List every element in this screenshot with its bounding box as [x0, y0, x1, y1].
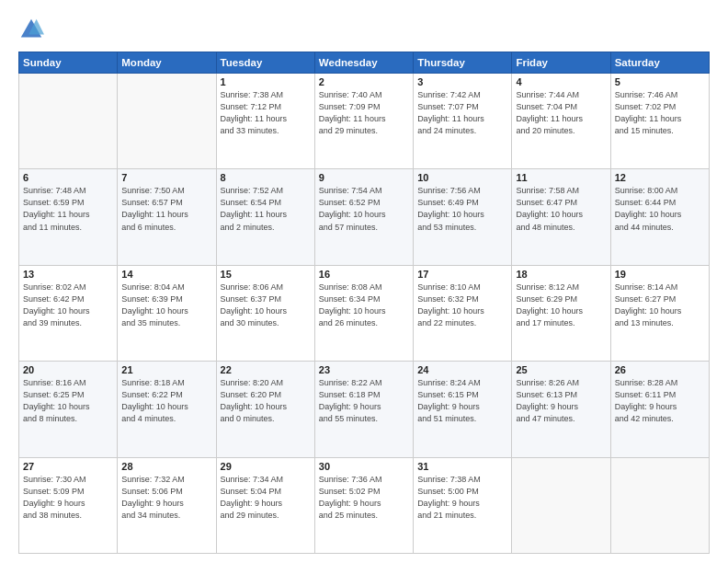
- page: SundayMondayTuesdayWednesdayThursdayFrid…: [0, 0, 728, 563]
- weekday-header-thursday: Thursday: [414, 52, 512, 74]
- day-number: 6: [23, 172, 113, 183]
- calendar-day-cell: 4Sunrise: 7:44 AM Sunset: 7:04 PM Daylig…: [512, 74, 610, 169]
- day-number: 4: [516, 76, 606, 87]
- day-number: 31: [417, 461, 507, 472]
- day-number: 2: [319, 76, 409, 87]
- day-info: Sunrise: 7:30 AM Sunset: 5:09 PM Dayligh…: [23, 474, 113, 522]
- day-number: 29: [221, 461, 311, 472]
- day-info: Sunrise: 8:08 AM Sunset: 6:34 PM Dayligh…: [319, 282, 409, 329]
- day-info: Sunrise: 8:26 AM Sunset: 6:13 PM Dayligh…: [516, 377, 606, 425]
- weekday-header-saturday: Saturday: [610, 52, 709, 74]
- calendar-week-row: 27Sunrise: 7:30 AM Sunset: 5:09 PM Dayli…: [19, 457, 710, 553]
- calendar-day-cell: 20Sunrise: 8:16 AM Sunset: 6:25 PM Dayli…: [19, 362, 118, 457]
- day-number: 26: [615, 364, 705, 375]
- day-info: Sunrise: 8:20 AM Sunset: 6:20 PM Dayligh…: [221, 377, 311, 425]
- day-info: Sunrise: 7:40 AM Sunset: 7:09 PM Dayligh…: [319, 89, 409, 137]
- day-number: 13: [23, 269, 113, 280]
- day-number: 5: [615, 76, 705, 87]
- calendar-day-cell: 22Sunrise: 8:20 AM Sunset: 6:20 PM Dayli…: [216, 362, 314, 457]
- calendar-day-cell: 7Sunrise: 7:50 AM Sunset: 6:57 PM Daylig…: [118, 169, 216, 265]
- header: [18, 17, 710, 42]
- day-number: 17: [417, 269, 507, 280]
- weekday-header-row: SundayMondayTuesdayWednesdayThursdayFrid…: [19, 52, 710, 74]
- calendar-week-row: 20Sunrise: 8:16 AM Sunset: 6:25 PM Dayli…: [19, 362, 710, 457]
- day-info: Sunrise: 8:02 AM Sunset: 6:42 PM Dayligh…: [23, 282, 113, 329]
- calendar-day-cell: 31Sunrise: 7:38 AM Sunset: 5:00 PM Dayli…: [414, 457, 512, 553]
- day-info: Sunrise: 7:50 AM Sunset: 6:57 PM Dayligh…: [121, 185, 211, 233]
- day-info: Sunrise: 7:54 AM Sunset: 6:52 PM Dayligh…: [319, 185, 409, 233]
- calendar-day-cell: 6Sunrise: 7:48 AM Sunset: 6:59 PM Daylig…: [19, 169, 118, 265]
- calendar-day-cell: 27Sunrise: 7:30 AM Sunset: 5:09 PM Dayli…: [19, 457, 118, 553]
- day-number: 30: [319, 461, 409, 472]
- weekday-header-wednesday: Wednesday: [314, 52, 413, 74]
- day-info: Sunrise: 8:28 AM Sunset: 6:11 PM Dayligh…: [615, 377, 705, 425]
- calendar-day-cell: 30Sunrise: 7:36 AM Sunset: 5:02 PM Dayli…: [314, 457, 413, 553]
- weekday-header-sunday: Sunday: [19, 52, 118, 74]
- calendar-day-cell: 5Sunrise: 7:46 AM Sunset: 7:02 PM Daylig…: [610, 74, 709, 169]
- day-number: 28: [121, 461, 211, 472]
- calendar-day-cell: 21Sunrise: 8:18 AM Sunset: 6:22 PM Dayli…: [118, 362, 216, 457]
- day-info: Sunrise: 8:10 AM Sunset: 6:32 PM Dayligh…: [417, 282, 507, 329]
- day-number: 3: [417, 76, 507, 87]
- calendar-day-cell: [610, 457, 709, 553]
- calendar-day-cell: 13Sunrise: 8:02 AM Sunset: 6:42 PM Dayli…: [19, 265, 118, 361]
- calendar-day-cell: [512, 457, 610, 553]
- day-info: Sunrise: 8:06 AM Sunset: 6:37 PM Dayligh…: [221, 282, 311, 329]
- day-number: 11: [516, 172, 606, 183]
- calendar-day-cell: 15Sunrise: 8:06 AM Sunset: 6:37 PM Dayli…: [216, 265, 314, 361]
- calendar-day-cell: 28Sunrise: 7:32 AM Sunset: 5:06 PM Dayli…: [118, 457, 216, 553]
- calendar-table: SundayMondayTuesdayWednesdayThursdayFrid…: [18, 52, 710, 554]
- day-info: Sunrise: 8:14 AM Sunset: 6:27 PM Dayligh…: [615, 282, 705, 329]
- weekday-header-tuesday: Tuesday: [216, 52, 314, 74]
- calendar-day-cell: 23Sunrise: 8:22 AM Sunset: 6:18 PM Dayli…: [314, 362, 413, 457]
- calendar-day-cell: 9Sunrise: 7:54 AM Sunset: 6:52 PM Daylig…: [314, 169, 413, 265]
- calendar-day-cell: 10Sunrise: 7:56 AM Sunset: 6:49 PM Dayli…: [414, 169, 512, 265]
- day-number: 18: [516, 269, 606, 280]
- calendar-day-cell: 1Sunrise: 7:38 AM Sunset: 7:12 PM Daylig…: [216, 74, 314, 169]
- calendar-day-cell: 11Sunrise: 7:58 AM Sunset: 6:47 PM Dayli…: [512, 169, 610, 265]
- calendar-day-cell: 8Sunrise: 7:52 AM Sunset: 6:54 PM Daylig…: [216, 169, 314, 265]
- day-info: Sunrise: 7:38 AM Sunset: 5:00 PM Dayligh…: [417, 474, 507, 522]
- day-number: 27: [23, 461, 113, 472]
- day-info: Sunrise: 7:52 AM Sunset: 6:54 PM Dayligh…: [221, 185, 311, 233]
- day-info: Sunrise: 7:46 AM Sunset: 7:02 PM Dayligh…: [615, 89, 705, 137]
- day-number: 25: [516, 364, 606, 375]
- calendar-day-cell: [118, 74, 216, 169]
- day-number: 24: [417, 364, 507, 375]
- weekday-header-friday: Friday: [512, 52, 610, 74]
- day-info: Sunrise: 8:18 AM Sunset: 6:22 PM Dayligh…: [121, 377, 211, 425]
- day-number: 19: [615, 269, 705, 280]
- calendar-day-cell: 24Sunrise: 8:24 AM Sunset: 6:15 PM Dayli…: [414, 362, 512, 457]
- day-info: Sunrise: 7:38 AM Sunset: 7:12 PM Dayligh…: [221, 89, 311, 137]
- calendar-week-row: 6Sunrise: 7:48 AM Sunset: 6:59 PM Daylig…: [19, 169, 710, 265]
- calendar-week-row: 13Sunrise: 8:02 AM Sunset: 6:42 PM Dayli…: [19, 265, 710, 361]
- day-number: 9: [319, 172, 409, 183]
- day-number: 14: [121, 269, 211, 280]
- calendar-day-cell: 19Sunrise: 8:14 AM Sunset: 6:27 PM Dayli…: [610, 265, 709, 361]
- day-info: Sunrise: 7:44 AM Sunset: 7:04 PM Dayligh…: [516, 89, 606, 137]
- day-info: Sunrise: 8:16 AM Sunset: 6:25 PM Dayligh…: [23, 377, 113, 425]
- calendar-day-cell: 12Sunrise: 8:00 AM Sunset: 6:44 PM Dayli…: [610, 169, 709, 265]
- day-info: Sunrise: 8:12 AM Sunset: 6:29 PM Dayligh…: [516, 282, 606, 329]
- calendar-day-cell: 17Sunrise: 8:10 AM Sunset: 6:32 PM Dayli…: [414, 265, 512, 361]
- day-number: 7: [121, 172, 211, 183]
- day-number: 10: [417, 172, 507, 183]
- day-info: Sunrise: 7:58 AM Sunset: 6:47 PM Dayligh…: [516, 185, 606, 233]
- day-info: Sunrise: 7:32 AM Sunset: 5:06 PM Dayligh…: [121, 474, 211, 522]
- day-info: Sunrise: 8:24 AM Sunset: 6:15 PM Dayligh…: [417, 377, 507, 425]
- calendar-day-cell: 16Sunrise: 8:08 AM Sunset: 6:34 PM Dayli…: [314, 265, 413, 361]
- day-info: Sunrise: 7:48 AM Sunset: 6:59 PM Dayligh…: [23, 185, 113, 233]
- calendar-day-cell: 18Sunrise: 8:12 AM Sunset: 6:29 PM Dayli…: [512, 265, 610, 361]
- day-number: 21: [121, 364, 211, 375]
- day-info: Sunrise: 7:36 AM Sunset: 5:02 PM Dayligh…: [319, 474, 409, 522]
- calendar-day-cell: 26Sunrise: 8:28 AM Sunset: 6:11 PM Dayli…: [610, 362, 709, 457]
- day-number: 16: [319, 269, 409, 280]
- day-info: Sunrise: 7:34 AM Sunset: 5:04 PM Dayligh…: [221, 474, 311, 522]
- calendar-day-cell: 14Sunrise: 8:04 AM Sunset: 6:39 PM Dayli…: [118, 265, 216, 361]
- calendar-day-cell: 29Sunrise: 7:34 AM Sunset: 5:04 PM Dayli…: [216, 457, 314, 553]
- day-number: 15: [221, 269, 311, 280]
- day-number: 12: [615, 172, 705, 183]
- calendar-week-row: 1Sunrise: 7:38 AM Sunset: 7:12 PM Daylig…: [19, 74, 710, 169]
- logo-icon: [18, 17, 44, 42]
- calendar-day-cell: 25Sunrise: 8:26 AM Sunset: 6:13 PM Dayli…: [512, 362, 610, 457]
